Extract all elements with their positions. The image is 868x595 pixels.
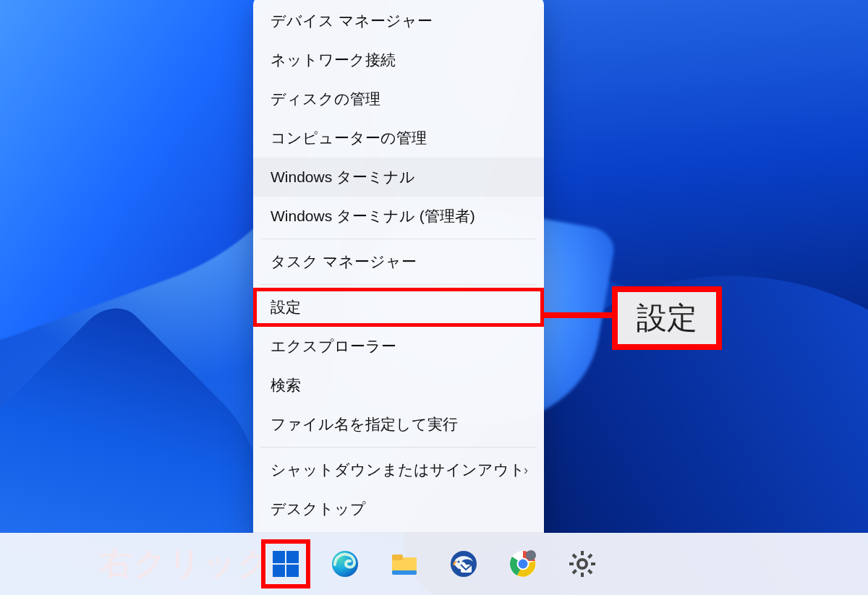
menu-item[interactable]: シャットダウンまたはサインアウト›	[253, 450, 544, 489]
menu-item-label: 検索	[271, 375, 301, 395]
menu-item-label: Windows ターミナル	[271, 167, 415, 187]
menu-item[interactable]: Windows ターミナル (管理者)	[253, 197, 544, 236]
menu-separator	[260, 239, 537, 239]
menu-item[interactable]: Windows ターミナル	[253, 158, 544, 197]
menu-item-label: デスクトップ	[271, 499, 366, 519]
menu-item[interactable]: デスクトップ	[253, 489, 544, 528]
menu-item[interactable]: 検索	[253, 366, 544, 405]
menu-item-label: 設定	[271, 297, 301, 317]
svg-rect-7	[392, 570, 417, 575]
menu-item[interactable]: 設定	[253, 288, 544, 327]
menu-item[interactable]: コンピューターの管理	[253, 119, 544, 158]
callout-connector	[543, 312, 614, 318]
callout-label: 設定	[637, 301, 697, 335]
menu-item[interactable]: ディスクの管理	[253, 80, 544, 119]
thunderbird-button[interactable]	[443, 544, 484, 584]
svg-line-22	[573, 570, 576, 574]
menu-item[interactable]: ファイル名を指定して実行	[253, 405, 544, 444]
menu-item[interactable]: タスク マネージャー	[253, 242, 544, 281]
menu-item-label: コンピューターの管理	[271, 128, 427, 148]
menu-item-label: デバイス マネージャー	[271, 11, 433, 31]
menu-separator	[260, 284, 537, 285]
start-button[interactable]	[265, 544, 306, 584]
svg-line-23	[589, 555, 592, 558]
file-explorer-button[interactable]	[384, 544, 425, 584]
taskbar[interactable]	[0, 533, 868, 595]
gear-icon	[567, 549, 597, 579]
chrome-button[interactable]	[503, 544, 543, 584]
edge-button[interactable]	[325, 544, 365, 584]
svg-line-20	[573, 555, 576, 558]
menu-item[interactable]: デバイス マネージャー	[253, 1, 544, 40]
file-explorer-icon	[389, 549, 420, 579]
svg-line-21	[589, 570, 592, 574]
svg-point-10	[457, 560, 459, 562]
menu-item-label: ファイル名を指定して実行	[271, 414, 458, 435]
callout-settings: 設定	[612, 286, 722, 350]
svg-point-14	[526, 550, 536, 560]
thunderbird-icon	[448, 549, 479, 579]
menu-item-label: ネットワーク接続	[271, 50, 396, 70]
chevron-right-icon: ›	[524, 463, 528, 478]
start-context-menu[interactable]: デバイス マネージャーネットワーク接続ディスクの管理コンピューターの管理Wind…	[253, 0, 544, 533]
menu-separator	[260, 447, 537, 448]
chrome-icon	[508, 549, 538, 579]
menu-item[interactable]: ネットワーク接続	[253, 40, 544, 80]
menu-item-label: Windows ターミナル (管理者)	[271, 206, 475, 226]
menu-item-label: ディスクの管理	[271, 89, 380, 109]
svg-point-15	[578, 560, 587, 568]
menu-item-label: シャットダウンまたはサインアウト	[271, 460, 525, 480]
settings-button[interactable]	[562, 544, 603, 584]
menu-item-label: タスク マネージャー	[271, 252, 417, 272]
svg-rect-6	[392, 555, 403, 560]
start-highlight-box	[261, 539, 310, 588]
edge-icon	[330, 549, 360, 579]
svg-point-13	[519, 560, 528, 569]
menu-item-label: エクスプローラー	[271, 336, 396, 356]
menu-item[interactable]: エクスプローラー	[253, 327, 544, 366]
